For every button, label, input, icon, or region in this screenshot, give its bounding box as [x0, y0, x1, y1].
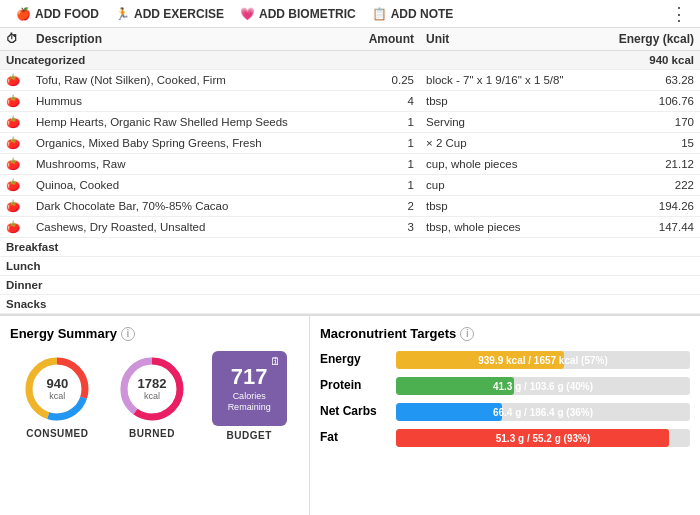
food-unit: cup, whole pieces — [420, 154, 600, 175]
meal-name: Snacks — [0, 295, 700, 314]
exercise-icon: 🏃 — [115, 7, 130, 21]
budget-value: 717 — [231, 365, 268, 389]
food-unit: tbsp — [420, 91, 600, 112]
food-amount: 2 — [350, 196, 420, 217]
food-icon-cell: 🍅 — [0, 112, 30, 133]
macro-title: Macronutrient Targets i — [320, 326, 690, 341]
meal-row: Lunch — [0, 257, 700, 276]
meal-row: Snacks — [0, 295, 700, 314]
table-row[interactable]: 🍅 Dark Chocolate Bar, 70%-85% Cacao 2 tb… — [0, 196, 700, 217]
consumed-circle-wrap: 940 kcal CONSUMED — [22, 354, 92, 439]
meal-name: Dinner — [0, 276, 700, 295]
macro-bar-bg: 41.3 g / 103.6 g (40%) — [396, 377, 690, 395]
budget-icon: 🗓 — [270, 355, 281, 367]
burned-label: BURNED — [129, 428, 175, 439]
food-amount: 1 — [350, 133, 420, 154]
food-icon-cell: 🍅 — [0, 154, 30, 175]
food-icon-cell: 🍅 — [0, 217, 30, 238]
meal-row: Dinner — [0, 276, 700, 295]
macro-bar-fill — [396, 403, 502, 421]
add-note-label: ADD NOTE — [391, 7, 454, 21]
food-unit: tbsp — [420, 196, 600, 217]
budget-box: 🗓 717 CaloriesRemaining — [212, 351, 287, 426]
add-food-button[interactable]: 🍎 ADD FOOD — [8, 3, 107, 25]
consumed-ring: 940 kcal — [22, 354, 92, 424]
food-energy: 106.76 — [600, 91, 700, 112]
food-name: Cashews, Dry Roasted, Unsalted — [30, 217, 350, 238]
food-name: Hummus — [30, 91, 350, 112]
food-name: Organics, Mixed Baby Spring Greens, Fres… — [30, 133, 350, 154]
energy-header: Energy (kcal) — [600, 28, 700, 51]
food-table: ⏱ Description Amount Unit Energy (kcal) … — [0, 28, 700, 314]
food-energy: 147.44 — [600, 217, 700, 238]
food-name: Quinoa, Cooked — [30, 175, 350, 196]
macro-name: Energy — [320, 352, 390, 366]
table-row[interactable]: 🍅 Hemp Hearts, Organic Raw Shelled Hemp … — [0, 112, 700, 133]
uncategorized-row: Uncategorized 940 kcal — [0, 51, 700, 70]
macro-bar-label: 41.3 g / 103.6 g (40%) — [493, 381, 593, 392]
macro-row: Net Carbs 66.4 g / 186.4 g (36%) — [320, 403, 690, 421]
food-tbody: Uncategorized 940 kcal 🍅 Tofu, Raw (Not … — [0, 51, 700, 314]
table-row[interactable]: 🍅 Cashews, Dry Roasted, Unsalted 3 tbsp,… — [0, 217, 700, 238]
macro-info-icon[interactable]: i — [460, 327, 474, 341]
food-amount: 1 — [350, 154, 420, 175]
meal-name: Breakfast — [0, 238, 700, 257]
food-energy: 170 — [600, 112, 700, 133]
macro-bar-wrap: Energy 939.9 kcal / 1657 kcal (57%) — [320, 351, 690, 369]
food-name: Dark Chocolate Bar, 70%-85% Cacao — [30, 196, 350, 217]
budget-wrap: 🗓 717 CaloriesRemaining BUDGET — [212, 351, 287, 441]
macro-bar-wrap: Fat 51.3 g / 55.2 g (93%) — [320, 429, 690, 447]
food-energy: 194.26 — [600, 196, 700, 217]
table-row[interactable]: 🍅 Mushrooms, Raw 1 cup, whole pieces 21.… — [0, 154, 700, 175]
add-food-label: ADD FOOD — [35, 7, 99, 21]
food-energy: 21.12 — [600, 154, 700, 175]
macro-row: Protein 41.3 g / 103.6 g (40%) — [320, 377, 690, 395]
macro-name: Protein — [320, 378, 390, 392]
food-amount: 3 — [350, 217, 420, 238]
burned-value: 1782 kcal — [138, 376, 167, 400]
energy-info-icon[interactable]: i — [121, 327, 135, 341]
add-exercise-button[interactable]: 🏃 ADD EXERCISE — [107, 3, 232, 25]
bottom-panel: Energy Summary i 940 kcal — [0, 315, 700, 515]
more-options-button[interactable]: ⋮ — [666, 3, 692, 25]
macro-bar-label: 51.3 g / 55.2 g (93%) — [496, 433, 591, 444]
food-energy: 63.28 — [600, 70, 700, 91]
add-exercise-label: ADD EXERCISE — [134, 7, 224, 21]
food-icon-cell: 🍅 — [0, 175, 30, 196]
add-note-button[interactable]: 📋 ADD NOTE — [364, 3, 462, 25]
food-unit: × 2 Cup — [420, 133, 600, 154]
macro-name: Net Carbs — [320, 404, 390, 418]
food-name: Hemp Hearts, Organic Raw Shelled Hemp Se… — [30, 112, 350, 133]
macro-row: Energy 939.9 kcal / 1657 kcal (57%) — [320, 351, 690, 369]
apple-icon: 🍎 — [16, 7, 31, 21]
macro-rows: Energy 939.9 kcal / 1657 kcal (57%) Prot… — [320, 351, 690, 447]
food-name: Tofu, Raw (Not Silken), Cooked, Firm — [30, 70, 350, 91]
table-row[interactable]: 🍅 Organics, Mixed Baby Spring Greens, Fr… — [0, 133, 700, 154]
energy-summary-title: Energy Summary i — [10, 326, 299, 341]
macro-row: Fat 51.3 g / 55.2 g (93%) — [320, 429, 690, 447]
food-unit: block - 7" x 1 9/16" x 1 5/8" — [420, 70, 600, 91]
food-table-area: ⏱ Description Amount Unit Energy (kcal) … — [0, 28, 700, 315]
toolbar: 🍎 ADD FOOD 🏃 ADD EXERCISE 💗 ADD BIOMETRI… — [0, 0, 700, 28]
energy-summary-panel: Energy Summary i 940 kcal — [0, 316, 310, 515]
description-header: Description — [30, 28, 350, 51]
macro-bar-bg: 51.3 g / 55.2 g (93%) — [396, 429, 690, 447]
food-icon-cell: 🍅 — [0, 70, 30, 91]
table-row[interactable]: 🍅 Hummus 4 tbsp 106.76 — [0, 91, 700, 112]
note-icon: 📋 — [372, 7, 387, 21]
food-amount: 1 — [350, 112, 420, 133]
food-icon-cell: 🍅 — [0, 133, 30, 154]
macro-panel: Macronutrient Targets i Energy 939.9 kca… — [310, 316, 700, 515]
food-unit: cup — [420, 175, 600, 196]
amount-header: Amount — [350, 28, 420, 51]
burned-ring: 1782 kcal — [117, 354, 187, 424]
food-icon-cell: 🍅 — [0, 196, 30, 217]
biometric-icon: 💗 — [240, 7, 255, 21]
clock-header: ⏱ — [0, 28, 30, 51]
table-row[interactable]: 🍅 Quinoa, Cooked 1 cup 222 — [0, 175, 700, 196]
table-row[interactable]: 🍅 Tofu, Raw (Not Silken), Cooked, Firm 0… — [0, 70, 700, 91]
macro-bar-wrap: Net Carbs 66.4 g / 186.4 g (36%) — [320, 403, 690, 421]
macro-bar-label: 66.4 g / 186.4 g (36%) — [493, 407, 593, 418]
burned-circle-wrap: 1782 kcal BURNED — [117, 354, 187, 439]
add-biometric-button[interactable]: 💗 ADD BIOMETRIC — [232, 3, 364, 25]
